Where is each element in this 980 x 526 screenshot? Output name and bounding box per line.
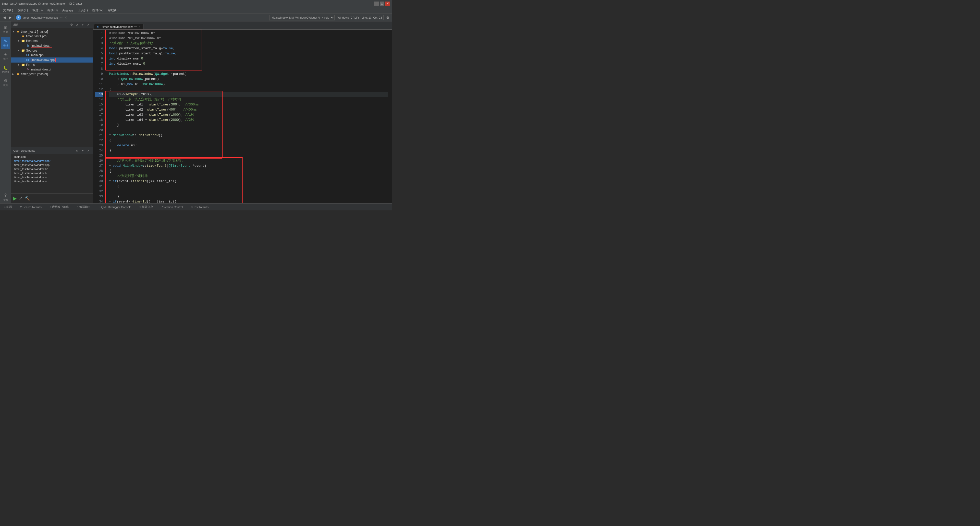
tree-item-timer-test2[interactable]: ▶ ■ timer_test2 [master]	[11, 72, 93, 77]
menu-debug[interactable]: 调试(D)	[45, 8, 60, 13]
code-token: QMainWindow	[121, 77, 143, 82]
filter-button[interactable]: ⚙	[69, 22, 74, 27]
sync-button[interactable]: ⟳	[75, 22, 80, 27]
code-token: startTimer	[147, 107, 167, 112]
sidebar-label-welcome: 欢迎	[3, 31, 8, 34]
code-token: ()	[159, 133, 162, 138]
code-line-30: ▼ if(event->timerId()== timer_id1)	[109, 179, 388, 184]
menu-analyze[interactable]: Analyze	[60, 8, 75, 13]
code-token: int	[109, 56, 117, 61]
bottom-tab-summary[interactable]: 6 概要信息	[138, 204, 155, 209]
run-actions: ▶ ↗ 🔨	[11, 193, 93, 203]
code-token: //第四部：引入标志位和计数	[109, 41, 153, 46]
code-editor[interactable]: 1 2 3 4 5 6 7 8 9 10 11 12 13 14 15 16 1	[93, 30, 392, 203]
tree-item-timer-test1[interactable]: ▼ ■ timer_test1 [master]	[11, 29, 93, 34]
code-token: *	[169, 72, 173, 77]
tree-item-forms[interactable]: ▼ 📁 Forms	[11, 62, 93, 67]
tab-mainwindow-cpp[interactable]: c++ timer_test1/mainwindow. ••• ✕	[94, 24, 143, 29]
run-button[interactable]: ▶	[13, 196, 17, 201]
bottom-tab-tests[interactable]: 8 Test Results	[189, 205, 210, 209]
menu-edit[interactable]: 编辑(E)	[16, 8, 30, 13]
nav-back-button[interactable]: ◀	[2, 15, 7, 21]
code-line-24: }	[109, 148, 388, 153]
menu-help[interactable]: 帮助(H)	[106, 8, 121, 13]
tree-arrow-timer-test2: ▶	[12, 73, 16, 75]
build-button[interactable]: 🔨	[25, 196, 30, 201]
sidebar-item-debug[interactable]: 🐛 Debug	[1, 63, 10, 76]
open-docs-add[interactable]: +	[80, 148, 85, 153]
menu-controls[interactable]: 控件(W)	[90, 8, 105, 13]
code-content[interactable]: #include "mainwindow.h" #include "ui_mai…	[105, 30, 392, 203]
line-num-13: 13	[95, 92, 103, 97]
doc-item-main[interactable]: main.cpp	[11, 155, 93, 159]
tree-item-headers[interactable]: ▼ 📁 Headers	[11, 38, 93, 43]
code-token: );	[177, 102, 181, 107]
maximize-button[interactable]: □	[380, 2, 384, 6]
minimize-button[interactable]: —	[374, 2, 379, 6]
bottom-tab-compile[interactable]: 4 编译输出	[75, 204, 93, 209]
tree-item-sources[interactable]: ▼ 📁 Sources	[11, 48, 93, 53]
menu-tools[interactable]: 工具(T)	[76, 8, 90, 13]
bottom-tab-app-output[interactable]: 3 应用程序输出	[48, 204, 71, 209]
bottom-tab-vcs[interactable]: 7 Version Control	[159, 205, 185, 209]
doc-item-mainwindow-ui2[interactable]: timer_test2/mainwindow.ui	[11, 179, 93, 183]
open-docs-close[interactable]: ✕	[86, 148, 91, 153]
tree-item-mainwindow-cpp[interactable]: ▶ c++ mainwindow.cpp	[11, 57, 93, 62]
function-selector[interactable]: MainWindow::MainWindow(QWidget *) -> voi…	[269, 15, 334, 21]
bottom-tab-search[interactable]: 2 Search Results	[18, 205, 44, 209]
sidebar-label-help: 帮助	[3, 198, 8, 201]
doc-item-mainwindow-h[interactable]: timer_test1/mainwindow.h*	[11, 167, 93, 171]
doc-item-timer2-mainwindow[interactable]: timer_test2/mainwindow.cpp	[11, 163, 93, 167]
code-token: Ui::	[135, 82, 143, 87]
close-tab-button[interactable]: ✕	[63, 15, 68, 21]
close-button[interactable]: ✕	[385, 2, 390, 6]
open-docs-settings[interactable]: ⚙	[75, 148, 80, 153]
code-token: );	[175, 107, 179, 112]
doc-item-mainwindow-ui1[interactable]: timer_test1/mainwindow.ui	[11, 175, 93, 179]
bottom-tab-problems[interactable]: 1 问题	[2, 204, 14, 209]
bottom-tab-qml[interactable]: 5 QML Debugger Console	[97, 205, 133, 209]
settings-button[interactable]: ⚙	[385, 15, 390, 21]
line-num-16: 16	[95, 107, 103, 112]
doc-item-mainwindow-cpp[interactable]: timer_test1/mainwindow.cpp*	[11, 159, 93, 163]
code-token: display_num	[117, 56, 139, 61]
code-token: 0	[143, 61, 145, 66]
open-docs-actions: ⚙ + ✕	[75, 148, 91, 153]
menu-file[interactable]: 文件(F)	[1, 8, 15, 13]
tree-arrow-forms: ▼	[18, 64, 21, 66]
code-token: =	[141, 61, 143, 66]
tree-item-mainwindow-ui[interactable]: ▶ ✎ mainwindow.ui	[11, 67, 93, 72]
sidebar-item-design[interactable]: ◈ 设计	[1, 50, 10, 62]
nav-forward-button[interactable]: ▶	[8, 15, 13, 21]
code-token: timer_id1	[109, 102, 143, 107]
code-token: (	[169, 112, 171, 118]
run-debug-button[interactable]: ↗	[19, 196, 23, 201]
code-token: (this);	[139, 92, 153, 97]
tree-item-mainwindow-h[interactable]: ▶ h mainwindow.h	[11, 43, 93, 48]
window-controls[interactable]: — □ ✕	[374, 2, 390, 6]
folder-icon-sources: 📁	[21, 49, 25, 53]
code-line-23: delete ui;	[109, 143, 388, 148]
code-token: MainWindow	[138, 133, 159, 138]
add-button[interactable]: +	[80, 22, 85, 27]
project-panel-title: 项目	[13, 23, 19, 27]
line-num-30: 30	[95, 179, 103, 184]
sidebar-item-project[interactable]: ⚙ 项目	[1, 77, 10, 89]
sidebar-item-edit[interactable]: ✎ 编辑	[1, 37, 10, 49]
tree-item-main-cpp[interactable]: ▶ c++ main.cpp	[11, 53, 93, 57]
sidebar-item-help[interactable]: ? 帮助	[1, 191, 10, 203]
line-num-18: 18	[95, 118, 103, 123]
code-line-25	[109, 153, 388, 158]
tree-item-pro[interactable]: ▶ ■ timer_test1.pro	[11, 34, 93, 38]
doc-item-timer2-h[interactable]: timer_test2/mainwindow.h	[11, 171, 93, 175]
tree-label-mainwindow-h: mainwindow.h	[31, 44, 52, 48]
app-title: timer_test1/mainwindow.cpp @ timer_test1…	[2, 2, 82, 5]
code-line-22: {	[109, 138, 388, 143]
sidebar-item-welcome[interactable]: ⊞ 欢迎	[1, 24, 10, 36]
line-num-24: 24	[95, 148, 103, 153]
tab-close-icon[interactable]: ✕	[138, 26, 141, 28]
line-num-27: 27	[95, 163, 103, 169]
tree-label-pro: timer_test1.pro	[26, 35, 46, 38]
menu-build[interactable]: 构建(B)	[30, 8, 45, 13]
close-panel-button[interactable]: ✕	[86, 22, 91, 27]
